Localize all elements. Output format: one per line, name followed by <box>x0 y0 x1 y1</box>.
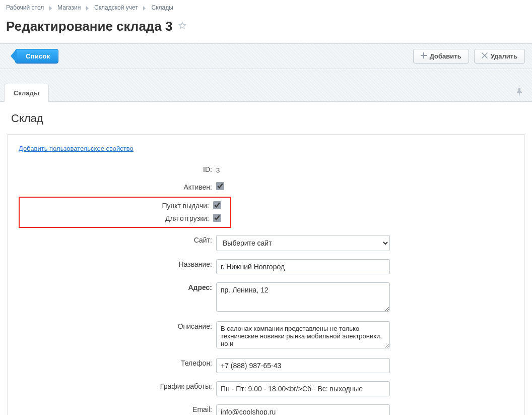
name-label: Название: <box>19 257 216 268</box>
page-title: Редактирование склада 3 <box>6 19 173 34</box>
highlight-frame: Пункт выдачи: Для отгрузки: <box>19 197 231 228</box>
schedule-input[interactable] <box>216 381 390 396</box>
chevron-right-icon <box>49 5 52 12</box>
list-button[interactable]: Список <box>15 49 58 64</box>
add-button[interactable]: Добавить <box>413 49 469 64</box>
email-label: Email: <box>19 402 216 413</box>
site-select[interactable]: Выберите сайт <box>216 235 390 251</box>
email-input[interactable] <box>216 404 390 415</box>
phone-label: Телефон: <box>19 356 216 367</box>
section-heading: Склад <box>7 112 525 125</box>
chevron-right-icon <box>143 5 146 12</box>
close-icon <box>482 52 488 60</box>
pickup-checkbox[interactable] <box>213 201 221 209</box>
description-label: Описание: <box>19 319 216 330</box>
phone-input[interactable] <box>216 358 390 373</box>
name-input[interactable] <box>216 259 390 274</box>
active-checkbox[interactable] <box>216 182 224 190</box>
tab-warehouses[interactable]: Склады <box>4 84 49 102</box>
pickup-label: Пункт выдачи: <box>20 202 213 210</box>
breadcrumb-shop[interactable]: Магазин <box>57 4 81 11</box>
delete-button[interactable]: Удалить <box>474 49 525 64</box>
star-icon[interactable] <box>178 21 187 32</box>
toolbar: Список Добавить Удалить <box>0 43 532 69</box>
address-input[interactable]: пр. Ленина, 12 <box>216 282 390 312</box>
plus-icon <box>421 52 427 60</box>
description-input[interactable]: В салонах компании представлены не тольк… <box>216 321 390 348</box>
active-label: Активен: <box>19 180 216 191</box>
form-panel: Добавить пользовательское свойство ID: 3… <box>7 134 525 415</box>
pin-icon[interactable] <box>516 88 528 101</box>
add-button-label: Добавить <box>430 52 461 60</box>
delete-button-label: Удалить <box>491 52 517 60</box>
address-label: Адрес: <box>19 280 216 291</box>
shipping-label: Для отгрузки: <box>20 214 213 222</box>
id-value: 3 <box>216 164 220 174</box>
breadcrumb-desktop[interactable]: Рабочий стол <box>6 4 44 11</box>
shipping-checkbox[interactable] <box>213 214 221 222</box>
breadcrumb-warehouses[interactable]: Склады <box>152 4 173 11</box>
add-user-property-link[interactable]: Добавить пользовательское свойство <box>19 145 134 152</box>
chevron-right-icon <box>86 5 89 12</box>
breadcrumb: Рабочий стол Магазин Складской учет Скла… <box>0 0 532 14</box>
breadcrumb-inventory[interactable]: Складской учет <box>94 4 138 11</box>
id-label: ID: <box>19 162 216 173</box>
site-label: Сайт: <box>19 233 216 244</box>
schedule-label: График работы: <box>19 379 216 390</box>
